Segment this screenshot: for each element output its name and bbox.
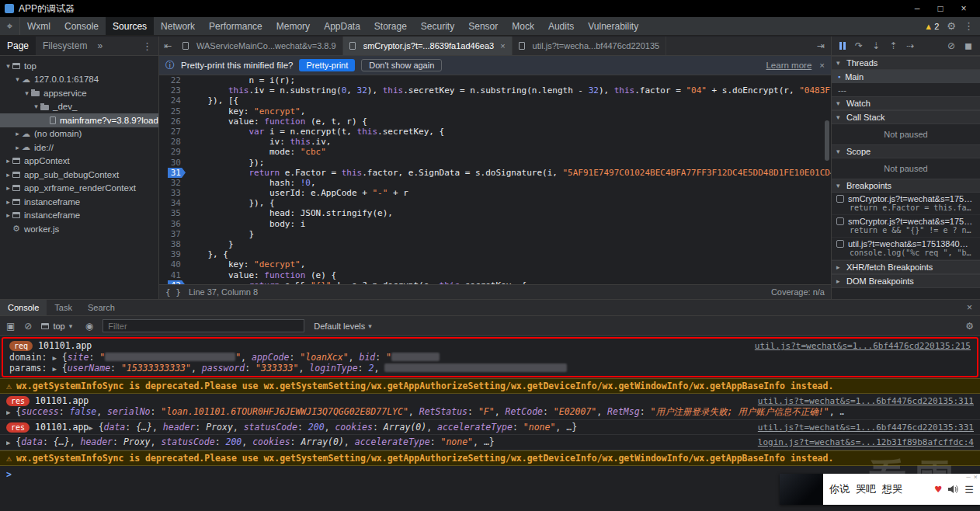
main-tab-network[interactable]: Network xyxy=(154,17,202,35)
kebab-menu-icon[interactable]: ⋮ xyxy=(964,20,974,32)
execution-context-selector[interactable]: top ▾ xyxy=(41,322,75,331)
pause-script-icon[interactable] xyxy=(839,42,846,50)
code-line[interactable]: 39 }, { xyxy=(159,249,831,259)
main-tab-sources[interactable]: Sources xyxy=(106,17,154,35)
inspect-element-icon[interactable]: ⌖ xyxy=(0,17,20,35)
watch-section-header[interactable]: ▾ Watch xyxy=(832,96,980,110)
code-editor[interactable]: 22 n = i(r);23 this.iv = n.substring(0, … xyxy=(159,75,831,284)
settings-gear-icon[interactable]: ⚙ xyxy=(947,20,956,32)
main-tab-storage[interactable]: Storage xyxy=(367,17,414,35)
main-tab-console[interactable]: Console xyxy=(57,17,106,35)
sidebar-kebab-icon[interactable]: ⋮ xyxy=(136,40,158,52)
code-line[interactable]: 36 body: i xyxy=(159,219,831,229)
tree-item-mainframe-v-3-8-9-load-loa[interactable]: mainframe?v=3.8.9?load?loa xyxy=(0,113,158,127)
tree-expand-icon[interactable]: ▾ xyxy=(32,103,40,110)
pretty-print-button[interactable]: Pretty-print xyxy=(299,59,355,71)
dont-show-again-button[interactable]: Don't show again xyxy=(361,59,442,71)
code-line[interactable]: 32 hash: !0, xyxy=(159,178,831,188)
line-number[interactable]: 42 xyxy=(159,280,187,284)
line-number[interactable]: 32 xyxy=(159,178,187,188)
navigator-toggle-icon[interactable]: ⇤ xyxy=(159,36,176,55)
code-line[interactable]: 38 } xyxy=(159,239,831,249)
main-tab-memory[interactable]: Memory xyxy=(269,17,317,35)
main-tab-audits[interactable]: Audits xyxy=(541,17,581,35)
maximize-button[interactable]: □ xyxy=(929,3,952,14)
console-warning-message[interactable]: ⚠wx.getSystemInfoSync is deprecated.Plea… xyxy=(0,378,980,394)
line-number[interactable]: 36 xyxy=(159,219,187,229)
breakpoint-marker[interactable]: 31 xyxy=(168,168,186,178)
code-line[interactable]: 26 value: function (e, t, r) { xyxy=(159,116,831,127)
breakpoint-checkbox[interactable] xyxy=(836,217,844,225)
format-code-icon[interactable]: { } xyxy=(165,287,181,297)
overlay-close-icon[interactable]: × xyxy=(974,474,978,481)
close-tab-icon[interactable]: × xyxy=(500,41,505,50)
console-sidebar-icon[interactable]: ▣ xyxy=(6,321,15,332)
tree-expand-icon[interactable]: ▾ xyxy=(4,62,12,70)
tree-item-ide-[interactable]: ▸☁ide:// xyxy=(0,141,158,155)
code-line[interactable]: 30 }); xyxy=(159,158,831,168)
tree-item-instanceframe[interactable]: ▸instanceframe xyxy=(0,195,158,209)
scrollbar-thumb[interactable] xyxy=(825,120,829,161)
tree-expand-icon[interactable]: ▾ xyxy=(13,75,22,83)
tree-expand-icon[interactable]: ▸ xyxy=(4,211,12,219)
tree-item-instanceframe[interactable]: ▸instanceframe xyxy=(0,209,158,223)
overflow-chevron-icon[interactable]: » xyxy=(94,40,106,51)
code-line[interactable]: 29 mode: "cbc" xyxy=(159,147,831,157)
main-tab-wxml[interactable]: Wxml xyxy=(20,17,57,35)
line-number[interactable]: 30 xyxy=(159,158,187,168)
step-icon[interactable]: ⇢ xyxy=(906,40,914,51)
tree-expand-icon[interactable]: ▾ xyxy=(23,89,31,97)
step-into-icon[interactable]: ⇣ xyxy=(872,40,880,51)
deactivate-breakpoints-icon[interactable]: ⊘ xyxy=(947,40,955,51)
source-location-link[interactable]: util.js?t=wechat&s=1...6bf4476cd220135:2… xyxy=(755,341,971,351)
tree-item-top[interactable]: ▾top xyxy=(0,59,158,73)
dom-breakpoints-section-header[interactable]: ▸ DOM Breakpoints xyxy=(832,274,980,288)
main-tab-vulnerability[interactable]: Vulnerability xyxy=(581,17,645,35)
tree-item-worker-js[interactable]: ⚙worker.js xyxy=(0,222,158,236)
editor-tab[interactable]: util.js?t=wecha...bf4476cd220135 xyxy=(513,36,667,55)
code-line[interactable]: 25 key: "encrypt", xyxy=(159,106,831,116)
heart-icon[interactable]: ♥ xyxy=(935,483,941,495)
line-number[interactable]: 38 xyxy=(159,239,187,249)
step-out-icon[interactable]: ⇡ xyxy=(889,40,897,51)
code-line[interactable]: 24 }), [{ xyxy=(159,96,831,106)
tree-item-127-0-0-1-61784[interactable]: ▾☁127.0.0.1:61784 xyxy=(0,73,158,87)
code-line[interactable]: 33 userId: e.AppCode + "-" + r xyxy=(159,188,831,198)
log-levels-dropdown[interactable]: Default levels ▾ xyxy=(314,322,375,331)
breakpoint-checkbox[interactable] xyxy=(836,240,844,248)
sidebar-tab-page[interactable]: Page xyxy=(0,36,36,55)
line-number[interactable]: 23 xyxy=(159,85,187,96)
main-tab-appdata[interactable]: AppData xyxy=(317,17,367,35)
thread-item[interactable]: ▪Main xyxy=(832,70,980,83)
code-line[interactable]: 40 key: "decrypt", xyxy=(159,259,831,269)
source-location-link[interactable]: util.js?t=wechat&s=1...6bf4476cd220135:3… xyxy=(758,396,974,406)
line-number[interactable]: 24 xyxy=(159,96,187,106)
minimize-button[interactable]: – xyxy=(905,3,929,14)
line-number[interactable]: 27 xyxy=(159,127,187,137)
tree-expand-icon[interactable]: ▸ xyxy=(4,198,12,206)
line-number[interactable]: 31 xyxy=(159,168,187,178)
code-line[interactable]: 37 } xyxy=(159,229,831,239)
console-settings-icon[interactable]: ⚙ xyxy=(965,321,974,332)
video-thumbnail[interactable] xyxy=(780,474,823,505)
breakpoint-item[interactable]: util.js?t=wechat&s=17513840…console.log(… xyxy=(832,238,980,260)
console-tab-console[interactable]: Console xyxy=(0,300,47,315)
pause-on-exceptions-icon[interactable]: ◼ xyxy=(964,40,972,51)
main-tab-performance[interactable]: Performance xyxy=(202,17,269,35)
main-tab-sensor[interactable]: Sensor xyxy=(461,17,505,35)
breakpoint-checkbox[interactable] xyxy=(836,195,844,203)
editor-tab[interactable]: WAServiceMainCo...wechat&v=3.8.9 xyxy=(176,36,343,55)
tree-expand-icon[interactable]: ▸ xyxy=(4,171,12,179)
line-number[interactable]: 28 xyxy=(159,137,187,147)
line-number[interactable]: 40 xyxy=(159,259,187,269)
line-number[interactable]: 41 xyxy=(159,270,187,280)
console-close-icon[interactable]: × xyxy=(959,300,980,315)
line-number[interactable]: 29 xyxy=(159,147,187,157)
tree-item--dev-[interactable]: ▾_dev_ xyxy=(0,100,158,114)
code-line[interactable]: 34 }), { xyxy=(159,198,831,208)
source-location-link[interactable]: util.js?t=wechat&s=1...6bf4476cd220135:3… xyxy=(758,422,974,433)
console-tab-search[interactable]: Search xyxy=(80,300,123,315)
line-number[interactable]: 35 xyxy=(159,208,187,218)
threads-section-header[interactable]: ▾ Threads xyxy=(832,56,980,70)
code-line[interactable]: 28 iv: this.iv, xyxy=(159,137,831,147)
